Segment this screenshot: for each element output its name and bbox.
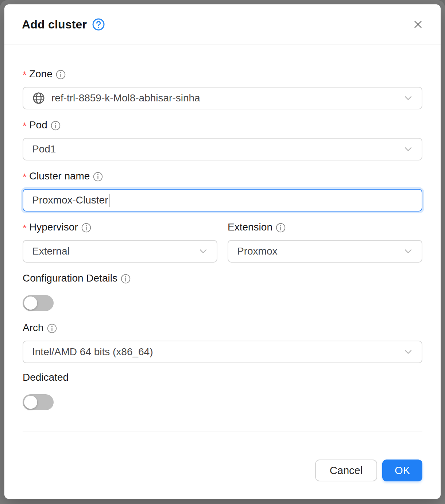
modal-form: * Zone [4,45,441,410]
close-icon[interactable] [410,16,426,32]
form-item-pod: * Pod Pod1 [23,119,422,160]
globe-icon [32,92,45,105]
form-item-cluster-name: * Cluster name Proxmox-Cluster [23,170,422,212]
required-marker: * [23,171,27,183]
extension-label-text: Extension [228,221,272,233]
arch-select[interactable]: Intel/AMD 64 bits (x86_64) [23,341,422,363]
modal-footer: Cancel OK [4,460,441,499]
required-marker: * [23,222,27,234]
chevron-down-icon [198,246,209,257]
info-circle-icon[interactable] [56,70,66,80]
hypervisor-extension-row: * Hypervisor External [23,221,422,272]
dedicated-toggle[interactable] [23,394,54,410]
ok-button[interactable]: OK [382,460,422,481]
configuration-details-label-text: Configuration Details [23,272,117,284]
extension-select-value: Proxmox [237,245,403,257]
form-item-configuration-details: Configuration Details [23,272,422,311]
zone-label-text: Zone [29,68,53,80]
cancel-button[interactable]: Cancel [315,460,377,481]
help-icon[interactable] [92,18,105,31]
configuration-details-label: Configuration Details [23,272,422,284]
required-marker: * [23,69,27,81]
add-cluster-modal: Add cluster * Zone [4,4,441,499]
dedicated-label-text: Dedicated [23,371,69,384]
hypervisor-label-text: Hypervisor [29,221,78,233]
required-marker: * [23,120,27,132]
info-circle-icon[interactable] [51,121,61,131]
form-item-arch: Arch Intel/AMD 64 bits (x86_64) [23,322,422,363]
pod-label: * Pod [23,119,422,131]
chevron-down-icon [403,246,414,257]
form-item-hypervisor: * Hypervisor External [23,221,217,263]
zone-select[interactable]: ref-trl-8859-k-Mol8-abhisar-sinha [23,87,422,109]
chevron-down-icon [403,144,414,155]
arch-label: Arch [23,322,422,334]
form-item-zone: * Zone [23,68,422,109]
arch-label-text: Arch [23,322,44,334]
modal-header: Add cluster [4,4,441,45]
cluster-name-label-text: Cluster name [29,170,90,182]
toggle-knob [24,396,37,409]
cluster-name-input[interactable]: Proxmox-Cluster [23,189,422,212]
form-item-dedicated: Dedicated [23,371,422,410]
cluster-name-input-value: Proxmox-Cluster [32,194,108,206]
toggle-knob [24,296,37,310]
info-circle-icon[interactable] [47,323,57,333]
extension-label: Extension [228,221,422,233]
hypervisor-label: * Hypervisor [23,221,217,233]
chevron-down-icon [403,93,414,104]
modal-title: Add cluster [22,18,87,31]
dedicated-label: Dedicated [23,371,422,384]
info-circle-icon[interactable] [276,223,286,233]
arch-select-value: Intel/AMD 64 bits (x86_64) [32,346,403,358]
hypervisor-select-value: External [32,245,198,257]
info-circle-icon[interactable] [81,223,91,233]
form-item-extension: Extension Proxmox [228,221,422,263]
zone-select-value: ref-trl-8859-k-Mol8-abhisar-sinha [51,92,403,104]
pod-select[interactable]: Pod1 [23,138,422,160]
pod-select-value: Pod1 [32,143,403,155]
zone-label: * Zone [23,68,422,80]
configuration-details-toggle[interactable] [23,295,54,311]
hypervisor-select[interactable]: External [23,240,217,263]
footer-divider [23,431,422,431]
extension-select[interactable]: Proxmox [228,240,422,263]
pod-label-text: Pod [29,119,47,131]
cluster-name-label: * Cluster name [23,170,422,182]
text-caret [109,194,109,207]
chevron-down-icon [403,346,414,357]
info-circle-icon[interactable] [93,172,103,182]
info-circle-icon[interactable] [121,274,131,284]
